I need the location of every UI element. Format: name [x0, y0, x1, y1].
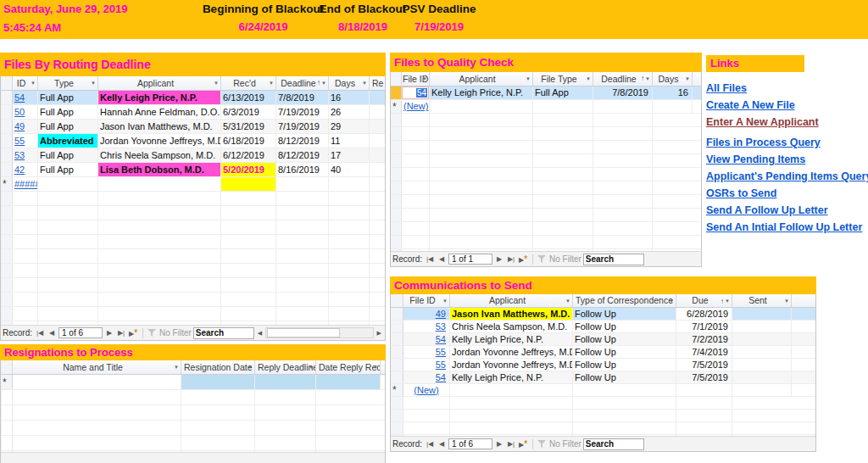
column-header-file-type[interactable]: File Type▼ — [533, 72, 593, 86]
new-record-button[interactable]: ▶* — [518, 439, 528, 449]
column-header-file-id[interactable]: File ID▼ — [403, 294, 450, 307]
row-selector[interactable] — [391, 308, 403, 320]
cell-days[interactable]: 26 — [329, 105, 370, 119]
new-record-row[interactable]: * (New) — [391, 384, 815, 397]
file-id-link[interactable]: 55 — [436, 360, 446, 370]
file-id-link[interactable]: 54 — [14, 92, 25, 103]
next-record-button[interactable]: ▶ — [494, 440, 504, 448]
table-row[interactable]: 53 Full App Chris Neela Sampson, M.D. 6/… — [1, 148, 385, 163]
column-header-applicant[interactable]: Applicant▼ — [430, 72, 533, 86]
column-header-reply-deadline[interactable]: Reply Deadline▼ — [255, 360, 316, 374]
column-header-resignation-date[interactable]: Resignation Date▼ — [181, 360, 255, 374]
cell-file-id-editing[interactable]: 54 — [402, 86, 430, 99]
cell-recd[interactable]: 6/12/2019 — [221, 148, 276, 162]
row-selector[interactable] — [1, 163, 13, 176]
dropdown-icon[interactable]: ▼ — [526, 72, 531, 86]
column-header-due[interactable]: Due↑▼ — [676, 294, 732, 307]
column-header-id[interactable]: ID▼ — [13, 76, 38, 90]
cell-recd[interactable]: 6/18/2019 — [221, 134, 276, 148]
select-all-corner[interactable] — [391, 72, 402, 86]
dropdown-icon[interactable]: ▼ — [31, 76, 36, 90]
table-row[interactable]: 53 Chris Neela Sampson, M.D. Follow Up 7… — [391, 321, 815, 333]
cell-due-active[interactable]: 6/28/2019 — [676, 308, 732, 320]
cell-sent[interactable] — [732, 308, 792, 320]
new-row-selector[interactable]: * — [1, 375, 13, 389]
table-row[interactable]: 49 Full App Jason Ivan Matthews, M.D. 5/… — [1, 120, 385, 134]
cell-recd-highlight[interactable] — [221, 177, 276, 191]
dropdown-icon[interactable]: ▼ — [422, 72, 427, 86]
table-row[interactable]: 54 Kelly Leigh Price, N.P. Full App 7/8/… — [391, 86, 701, 100]
column-header-sent[interactable]: Sent▼ — [732, 294, 792, 307]
first-record-button[interactable]: |◀ — [35, 329, 45, 337]
cell-recd[interactable]: 5/20/2019 — [221, 163, 276, 176]
file-id-link[interactable]: 55 — [14, 136, 25, 146]
cell-type[interactable]: Full App — [38, 105, 98, 119]
new-record-row[interactable]: * (New) — [391, 100, 701, 114]
cell-partial[interactable] — [370, 91, 385, 104]
dropdown-icon[interactable]: ▼ — [309, 360, 314, 374]
dropdown-icon[interactable]: ▼ — [586, 72, 591, 86]
row-selector[interactable] — [391, 346, 403, 358]
row-selector[interactable] — [1, 120, 13, 133]
row-selector[interactable] — [1, 148, 13, 162]
link-send-follow-up-letter[interactable]: Send A Follow Up Letter — [706, 202, 868, 219]
column-header-file-id[interactable]: File ID▼ — [402, 72, 430, 86]
dropdown-icon[interactable]: ▼ — [725, 294, 730, 307]
cell-recd[interactable]: 6/13/2019 — [221, 91, 276, 104]
cell-applicant[interactable]: Hannah Anne Feldman, D.O. — [98, 105, 221, 119]
new-row-selector[interactable]: * — [391, 100, 402, 113]
dropdown-icon[interactable]: ▼ — [91, 76, 96, 90]
cell-applicant[interactable]: Jordan Yovonne Jeffreys, M.D. — [450, 359, 573, 371]
new-record-row[interactable]: * ##### — [1, 177, 385, 192]
table-row[interactable]: 42 Full App Lisa Beth Dobson, M.D. 5/20/… — [1, 163, 385, 177]
cell-recd[interactable]: 6/3/2019 — [221, 105, 276, 119]
last-record-button[interactable]: ▶| — [116, 329, 126, 337]
table-row[interactable]: 54 Kelly Leigh Price, N.P. Follow Up 7/5… — [391, 371, 815, 384]
cell-applicant[interactable]: Jordan Yovonne Jeffreys, M.D. — [450, 346, 573, 358]
table-row[interactable]: 54 Kelly Leigh Price, N.P. Follow Up 7/2… — [391, 333, 815, 346]
cell-deadline[interactable]: 8/16/2019 — [276, 163, 329, 176]
new-record-button[interactable]: ▶* — [128, 328, 138, 337]
cell-type[interactable]: Follow Up — [573, 346, 676, 358]
column-header-deadline[interactable]: Deadline↑▼ — [593, 72, 653, 86]
previous-record-button[interactable]: ◀ — [47, 329, 57, 337]
cell-type[interactable]: Full App — [38, 120, 98, 133]
next-record-button[interactable]: ▶ — [494, 255, 504, 263]
link-files-in-process-query[interactable]: Files in Process Query — [706, 134, 868, 151]
cell-resignation-date[interactable] — [181, 375, 255, 389]
cell-deadline[interactable]: 8/12/2019 — [276, 148, 329, 162]
first-record-button[interactable]: |◀ — [425, 255, 435, 263]
dropdown-icon[interactable]: ▼ — [669, 294, 674, 307]
column-header-deadline[interactable]: Deadline↑▼ — [276, 76, 329, 90]
search-input[interactable] — [193, 327, 254, 339]
dropdown-icon[interactable]: ▼ — [321, 76, 326, 90]
cell-partial[interactable] — [370, 105, 385, 119]
cell-deadline[interactable]: 8/12/2019 — [276, 134, 329, 148]
new-row-selector[interactable]: * — [1, 177, 13, 191]
table-row[interactable]: 49 Jason Ivan Matthews, M.D. Follow Up 6… — [391, 308, 815, 321]
table-row[interactable]: 55 Jordan Yovonne Jeffreys, M.D. Follow … — [391, 346, 815, 359]
cell-sent[interactable] — [732, 346, 792, 358]
cell-applicant[interactable]: Kelly Leigh Price, N.P. — [450, 371, 573, 383]
new-record-button[interactable]: ▶* — [518, 254, 528, 264]
new-record-row[interactable]: * — [1, 375, 385, 390]
cell-type[interactable]: Follow Up — [573, 359, 676, 371]
dropdown-icon[interactable]: ▼ — [645, 72, 650, 86]
cell-sent[interactable] — [732, 321, 792, 332]
cell-name-title[interactable] — [13, 375, 181, 389]
dropdown-icon[interactable]: ▼ — [565, 294, 570, 307]
cell-type[interactable]: Follow Up — [573, 333, 676, 345]
cell-sent[interactable] — [732, 359, 792, 371]
cell-partial[interactable] — [370, 120, 385, 133]
row-selector[interactable] — [1, 105, 13, 119]
column-header-applicant[interactable]: Applicant▼ — [450, 294, 573, 307]
dropdown-icon[interactable]: ▼ — [214, 76, 219, 90]
scrollbar-thumb[interactable] — [267, 328, 340, 337]
cell-applicant[interactable]: Jason Ivan Matthews, M.D. — [450, 308, 573, 320]
cell-type[interactable]: Follow Up — [573, 371, 676, 383]
filter-status[interactable]: No Filter — [537, 439, 581, 449]
file-id-link[interactable]: 53 — [436, 321, 446, 332]
current-row-selector[interactable] — [391, 86, 402, 99]
search-input[interactable] — [583, 438, 644, 450]
column-header-days[interactable]: Days▼ — [329, 76, 370, 90]
